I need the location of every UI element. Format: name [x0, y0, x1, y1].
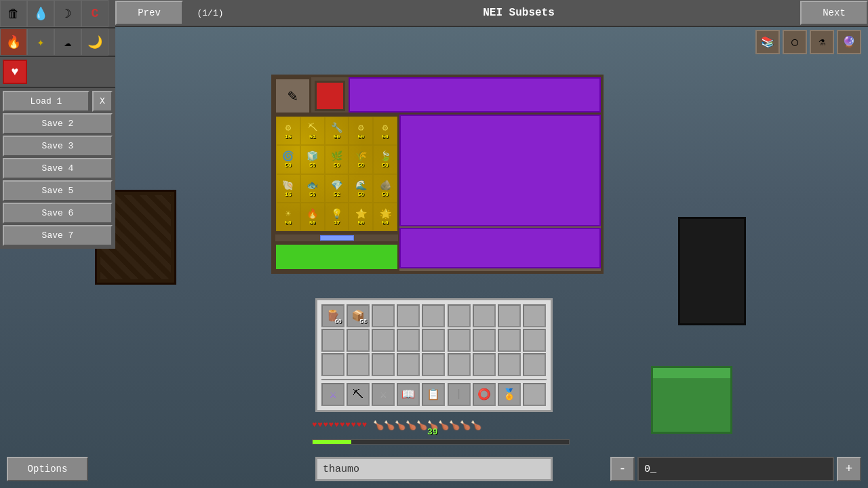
hotbar-item-icon: ⭕ — [477, 388, 491, 401]
save2-button[interactable]: Save 2 — [3, 113, 113, 134]
inv-slot[interactable] — [473, 353, 496, 376]
hotbar-slot[interactable]: ⚔ — [321, 383, 344, 406]
inv-slot[interactable] — [397, 304, 420, 327]
panel-purple-top — [349, 77, 601, 113]
hotbar-item-icon: ⚔ — [330, 388, 336, 401]
inv-slot[interactable] — [422, 353, 445, 376]
heart: ♥ — [323, 420, 328, 431]
hotbar-slot[interactable]: 📋 — [422, 383, 445, 406]
inv-slot[interactable] — [498, 353, 521, 376]
inv-slot[interactable] — [523, 329, 546, 352]
cloud-icon[interactable]: ☁ — [54, 28, 81, 56]
heart: ♥ — [357, 420, 361, 431]
inv-slot[interactable] — [372, 329, 395, 352]
inv-slot[interactable] — [523, 304, 546, 327]
purple-area-lower — [399, 228, 601, 268]
inventory-panel: 🪵 60 📦 58 — [315, 298, 553, 412]
save3-button[interactable]: Save 3 — [3, 136, 113, 157]
purple-area-upper — [399, 115, 601, 226]
book-icon[interactable]: 📚 — [755, 30, 780, 54]
panel-main-icon: ✎ — [274, 77, 311, 115]
inventory-row-2 — [321, 329, 547, 352]
heart: ♥ — [362, 420, 367, 431]
next-button[interactable]: Next — [800, 1, 868, 25]
search-bar — [315, 457, 553, 481]
heart: ♥ — [340, 420, 344, 431]
hotbar-item-icon: 📖 — [401, 388, 415, 401]
heart: ♥ — [345, 420, 350, 431]
inv-slot[interactable] — [397, 329, 420, 352]
heart-button[interactable]: ♥ — [3, 60, 27, 84]
hotbar-slot[interactable]: ⚔ — [372, 383, 395, 406]
inv-slot[interactable] — [397, 353, 420, 376]
inv-slot[interactable]: 🪵 60 — [321, 304, 344, 327]
inv-slot[interactable] — [347, 329, 370, 352]
save7-button[interactable]: Save 7 — [3, 225, 113, 246]
red-c-icon[interactable]: C — [81, 0, 108, 27]
circle-icon[interactable]: ◯ — [783, 30, 807, 54]
page-indicator: (1/1) — [183, 8, 237, 18]
inv-slot[interactable] — [498, 304, 521, 327]
count-display: 0_ — [637, 457, 834, 481]
orb-icon[interactable]: 🔮 — [837, 30, 861, 54]
thaum-cell: ⚙15 — [276, 117, 300, 145]
save-buttons-panel: Load 1 X Save 2 Save 3 Save 4 Save 5 Sav… — [0, 88, 115, 249]
save6-button[interactable]: Save 6 — [3, 203, 113, 224]
inv-slot[interactable] — [473, 329, 496, 352]
inv-slot[interactable] — [321, 329, 344, 352]
thaum-section: ⚙15 ⛏51 🔧50 ⚙50 ⚙50 🌀50 🧊50 🌿50 🌾50 🍃50 … — [274, 115, 399, 271]
save5-button[interactable]: Save 5 — [3, 180, 113, 201]
options-button[interactable]: Options — [7, 457, 88, 481]
scroll-indicator — [274, 233, 399, 243]
moon-icon[interactable]: ☽ — [54, 0, 81, 27]
plus-button[interactable]: + — [837, 457, 861, 481]
hotbar-slot[interactable]: ⭕ — [473, 383, 496, 406]
thaum-cells: ⚙15 ⛏51 🔧50 ⚙50 ⚙50 🌀50 🧊50 🌿50 🌾50 🍃50 … — [276, 117, 397, 231]
inventory-row-3 — [321, 353, 547, 376]
load1-x-button[interactable]: X — [92, 91, 113, 112]
hotbar-slot[interactable] — [523, 383, 546, 406]
thaum-cell: 🐚16 — [276, 174, 300, 203]
inv-slot[interactable] — [448, 304, 471, 327]
inv-slot[interactable] — [473, 304, 496, 327]
inv-slot[interactable] — [448, 329, 471, 352]
droplet-icon[interactable]: 💧 — [27, 0, 54, 27]
cauldron-icon[interactable]: ⚗ — [810, 30, 834, 54]
inv-slot[interactable] — [347, 353, 370, 376]
inv-slot[interactable]: 📦 58 — [347, 304, 370, 327]
prev-button[interactable]: Prev — [115, 1, 183, 25]
sun-icon[interactable]: ✦ — [27, 28, 54, 56]
xp-bar-container — [312, 439, 570, 445]
inv-slot[interactable] — [498, 329, 521, 352]
thaum-grid: ⚙15 ⛏51 🔧50 ⚙50 ⚙50 🌀50 🧊50 🌿50 🌾50 🍃50 … — [274, 115, 399, 233]
thaum-cell: 🍃50 — [373, 145, 397, 174]
save4-button[interactable]: Save 4 — [3, 158, 113, 179]
minus-button[interactable]: - — [610, 457, 635, 481]
inv-slot[interactable] — [523, 353, 546, 376]
inv-slot[interactable] — [372, 353, 395, 376]
toolbar-row-1: 🗑 💧 ☽ C — [0, 0, 115, 28]
crescent-icon[interactable]: 🌙 — [81, 28, 108, 56]
inv-slot[interactable] — [372, 304, 395, 327]
hotbar-slot[interactable]: ⛏ — [347, 383, 370, 406]
load1-slot: Load 1 X — [3, 91, 113, 112]
load1-button[interactable]: Load 1 — [3, 91, 90, 112]
thaum-cell: ⭐50 — [349, 203, 373, 231]
decorative-block-right — [678, 217, 746, 325]
inv-slot[interactable] — [321, 353, 344, 376]
hotbar-item-icon: 🏅 — [502, 388, 516, 401]
fire-icon[interactable]: 🔥 — [0, 28, 27, 56]
heart: ♥ — [317, 420, 322, 431]
inv-slot[interactable] — [422, 304, 445, 327]
search-input[interactable] — [323, 464, 545, 475]
trash-icon[interactable]: 🗑 — [0, 0, 27, 27]
thaum-cell: 🐟50 — [300, 174, 325, 203]
thaum-cell: 💎52 — [325, 174, 349, 203]
inventory-row-1: 🪵 60 📦 58 — [321, 304, 547, 327]
hotbar-slot[interactable]: 🏅 — [498, 383, 521, 406]
hotbar-slot[interactable]: 📖 — [397, 383, 420, 406]
left-toolbar: 🗑 💧 ☽ C 🔥 ✦ ☁ 🌙 ♥ Load 1 X Save 2 Save 3… — [0, 0, 115, 249]
inv-slot[interactable] — [448, 353, 471, 376]
hotbar-slot[interactable]: | — [448, 383, 471, 406]
inv-slot[interactable] — [422, 329, 445, 352]
